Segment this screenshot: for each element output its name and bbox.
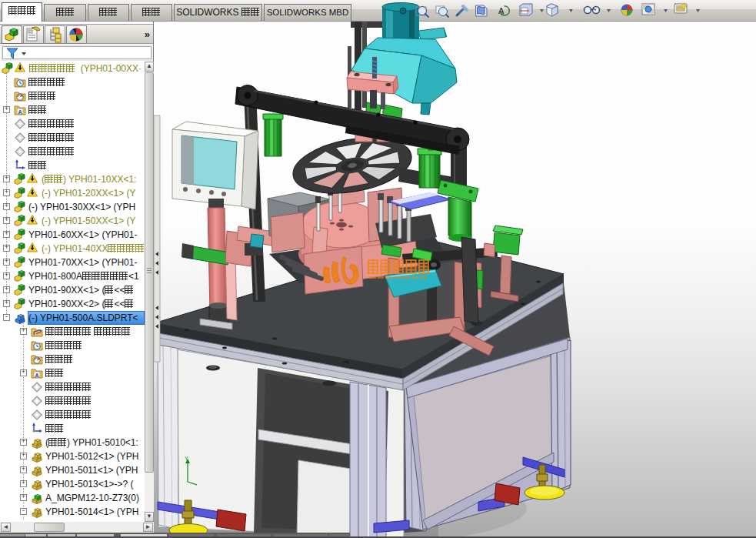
svg-text:A: A	[18, 109, 22, 115]
svg-text:A: A	[35, 373, 39, 378]
